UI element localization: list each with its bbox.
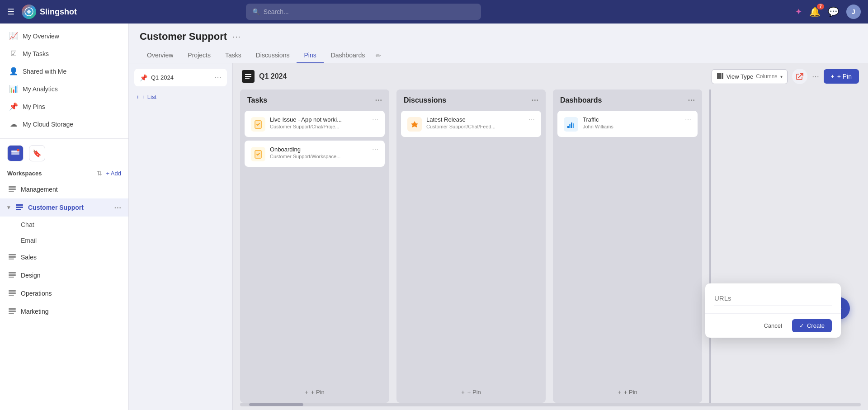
sidebar: 📈 My Overview ☑ My Tasks 👤 Shared with M… xyxy=(0,24,129,410)
column-more-discussions[interactable]: ⋯ xyxy=(531,96,538,104)
task-card-onboarding[interactable]: Onboarding Customer Support/Workspace...… xyxy=(245,141,385,167)
column-footer-dashboards: + + Pin xyxy=(553,382,702,403)
card-sub-onboarding: Customer Support/Workspace... xyxy=(270,154,368,159)
sort-icon[interactable]: ⇅ xyxy=(97,170,102,177)
sidebar-divider xyxy=(0,138,128,139)
svg-rect-21 xyxy=(9,311,16,312)
hamburger-icon[interactable]: ☰ xyxy=(7,7,14,17)
panel-toolbar: Q1 2024 View Type Columns ▾ xyxy=(233,63,868,90)
chevron-down-icon: ▾ xyxy=(7,204,10,211)
tab-dashboards[interactable]: Dashboards xyxy=(324,48,373,63)
add-pin-tasks-icon: + xyxy=(305,389,308,396)
notifications-button[interactable]: 🔔 7 xyxy=(809,6,821,17)
sidebar-item-my-pins[interactable]: 📌 My Pins xyxy=(0,98,128,115)
column-tasks: Tasks ⋯ Live Issue - App not worki... xyxy=(240,90,389,403)
sidebar-subitem-email[interactable]: Email ⋯ xyxy=(0,232,128,248)
card-more-traffic[interactable]: ⋯ xyxy=(685,116,691,123)
dashboard-card-traffic[interactable]: Traffic John Williams ⋯ xyxy=(557,111,698,137)
add-pin-dashboards-icon: + xyxy=(618,389,621,396)
card-info-live-issue: Live Issue - App not worki... Customer S… xyxy=(270,116,368,129)
bookmark-icon: 🔖 xyxy=(33,149,42,158)
logo-area: Slingshot xyxy=(22,5,77,19)
svg-rect-23 xyxy=(245,74,251,75)
pin-item-more-button[interactable]: ⋯ xyxy=(214,73,222,82)
svg-rect-7 xyxy=(9,191,14,192)
sidebar-item-my-cloud-storage[interactable]: ☁ My Cloud Storage xyxy=(0,115,128,133)
tab-projects[interactable]: Projects xyxy=(180,48,218,63)
page-more-button[interactable]: ⋯ xyxy=(232,32,241,42)
card-more-latest-release[interactable]: ⋯ xyxy=(528,116,535,123)
pin-header-title: Q1 2024 xyxy=(242,70,706,83)
add-list-button[interactable]: + + List xyxy=(134,90,227,104)
add-workspace-button[interactable]: + Add xyxy=(106,170,121,177)
sidebar-item-management[interactable]: Management ⋯ xyxy=(0,180,128,198)
sidebar-item-marketing[interactable]: Marketing ⋯ xyxy=(0,302,128,320)
sidebar-item-my-tasks[interactable]: ☑ My Tasks xyxy=(0,45,128,62)
analytics-icon: 📊 xyxy=(9,85,18,93)
search-input[interactable] xyxy=(264,8,475,15)
column-footer-tasks: + + Pin xyxy=(240,382,389,403)
launch-button[interactable] xyxy=(792,69,807,84)
column-more-dashboards[interactable]: ⋯ xyxy=(688,96,695,104)
avatar[interactable]: J xyxy=(846,5,861,19)
view-type-button[interactable]: View Type Columns ▾ xyxy=(712,69,788,84)
column-content-discussions: Latest Release Customer Support/Chat/Fee… xyxy=(396,109,546,382)
card-info-onboarding: Onboarding Customer Support/Workspace... xyxy=(270,146,368,159)
discussion-card-latest-release[interactable]: Latest Release Customer Support/Chat/Fee… xyxy=(401,111,541,137)
popup-cancel-button[interactable]: Cancel xyxy=(759,320,788,332)
sidebar-item-shared-with-me[interactable]: 👤 Shared with Me xyxy=(0,62,128,80)
add-pin-discussions-button[interactable]: + + Pin xyxy=(456,386,486,398)
sidebar-item-operations[interactable]: Operations ⋯ xyxy=(0,284,128,302)
chat-button[interactable]: 💬 xyxy=(828,6,839,17)
tab-pins[interactable]: Pins xyxy=(297,48,323,63)
task-card-live-issue[interactable]: Live Issue - App not worki... Customer S… xyxy=(245,111,385,137)
bookmark-button[interactable]: 🔖 xyxy=(29,145,45,161)
content-area: Customer Support ⋯ Overview Projects Tas… xyxy=(129,24,868,410)
workspace-label-customer-support: Customer Support xyxy=(28,204,110,211)
card-more-onboarding[interactable]: ⋯ xyxy=(372,146,378,153)
sidebar-item-sales[interactable]: Sales ⋯ xyxy=(0,248,128,266)
column-content-dashboards: Traffic John Williams ⋯ xyxy=(553,109,702,382)
tab-discussions[interactable]: Discussions xyxy=(249,48,297,63)
pin-black-icon xyxy=(242,70,255,83)
workspace-label-marketing: Marketing xyxy=(21,308,110,315)
column-more-tasks[interactable]: ⋯ xyxy=(375,96,382,104)
workspace-label-management: Management xyxy=(21,186,110,193)
card-title-latest-release: Latest Release xyxy=(426,116,524,123)
add-pin-tasks-button[interactable]: + + Pin xyxy=(299,386,330,398)
workspace-more-customer-support[interactable]: ⋯ xyxy=(114,203,121,212)
svg-rect-3 xyxy=(11,154,19,155)
add-pin-discussions-icon: + xyxy=(461,389,465,396)
svg-rect-2 xyxy=(11,152,19,154)
sparkle-button[interactable]: ✦ xyxy=(795,7,802,17)
scrollbar-thumb xyxy=(249,403,303,406)
card-info-latest-release: Latest Release Customer Support/Chat/Fee… xyxy=(426,116,524,129)
sidebar-item-my-analytics[interactable]: 📊 My Analytics xyxy=(0,80,128,98)
workspaces-header: Workspaces ⇅ + Add xyxy=(0,166,128,180)
card-more-live-issue[interactable]: ⋯ xyxy=(372,116,378,123)
sidebar-item-design[interactable]: Design ⋯ xyxy=(0,266,128,284)
search-bar[interactable]: 🔍 xyxy=(246,4,481,20)
more-options-button[interactable]: ⋯ xyxy=(812,72,819,81)
bottom-scrollbar[interactable] xyxy=(240,403,861,406)
sidebar-subitem-chat[interactable]: Chat ⋯ xyxy=(0,217,128,232)
sidebar-item-customer-support[interactable]: ▾ Customer Support ⋯ xyxy=(0,198,128,217)
page-header: Customer Support ⋯ Overview Projects Tas… xyxy=(129,24,868,63)
add-pin-dashboards-button[interactable]: + + Pin xyxy=(612,386,643,398)
svg-rect-12 xyxy=(9,256,16,258)
svg-rect-16 xyxy=(9,277,14,278)
pin-title: Q1 2024 xyxy=(259,72,287,80)
pin-item-q1-2024[interactable]: 📌 Q1 2024 ⋯ xyxy=(134,69,227,86)
workspace-icon-marketing xyxy=(7,306,17,316)
tab-tasks[interactable]: Tasks xyxy=(218,48,249,63)
popup-url-input[interactable] xyxy=(714,292,832,306)
sidebar-item-my-overview[interactable]: 📈 My Overview xyxy=(0,27,128,45)
pin-button[interactable]: + + Pin xyxy=(824,69,859,84)
resize-handle[interactable] xyxy=(709,90,711,403)
popup-create-button[interactable]: ✓ Create xyxy=(792,319,832,332)
tab-overview[interactable]: Overview xyxy=(140,48,180,63)
tab-edit-button[interactable]: ✏ xyxy=(372,48,385,63)
layers-toggle-button[interactable] xyxy=(7,145,24,161)
workspaces-label: Workspaces xyxy=(7,170,93,177)
column-header-tasks: Tasks ⋯ xyxy=(240,90,389,109)
